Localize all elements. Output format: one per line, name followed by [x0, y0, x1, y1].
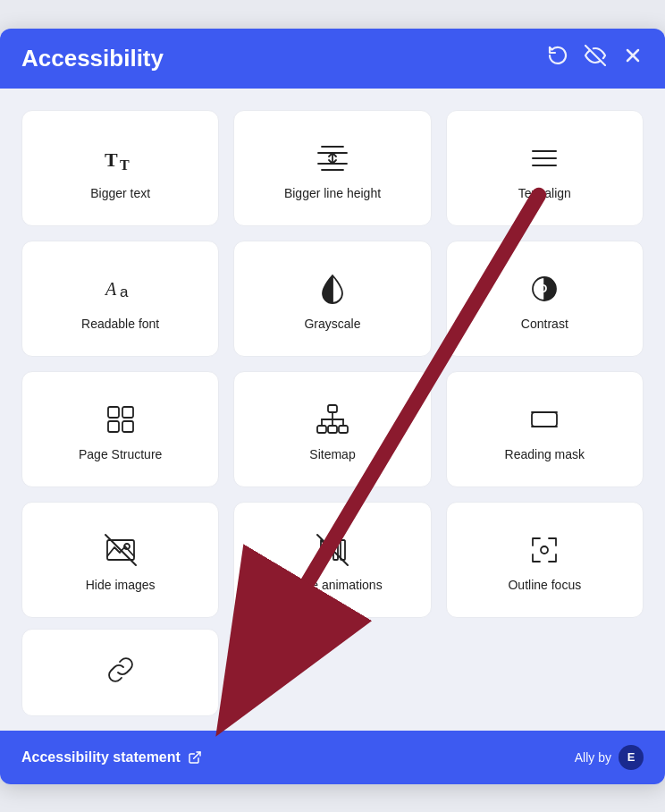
- svg-point-40: [541, 546, 548, 554]
- contrast-card[interactable]: D Contrast: [446, 241, 644, 357]
- ally-branding: Ally by E: [575, 745, 644, 770]
- svg-text:a: a: [120, 283, 129, 300]
- page-structure-card[interactable]: Page Structure: [21, 371, 219, 487]
- accessibility-statement-label: Accessibility statement: [21, 749, 181, 765]
- hide-images-icon: [102, 531, 139, 569]
- accessibility-panel: Accessibility: [0, 29, 665, 784]
- hide-images-card[interactable]: Hide images: [21, 502, 219, 618]
- readable-font-icon: A a: [102, 270, 139, 308]
- svg-rect-22: [328, 405, 337, 412]
- svg-rect-24: [328, 426, 337, 433]
- reading-mask-label: Reading mask: [505, 447, 585, 461]
- hide-images-label: Hide images: [86, 578, 156, 592]
- reading-mask-icon: [526, 401, 563, 438]
- contrast-label: Contrast: [521, 317, 568, 331]
- page-structure-label: Page Structure: [79, 447, 162, 461]
- svg-rect-21: [122, 421, 133, 432]
- bigger-line-height-icon: [314, 140, 351, 177]
- contrast-icon: D: [526, 270, 563, 308]
- bigger-line-height-label: Bigger line height: [284, 186, 381, 200]
- grayscale-label: Grayscale: [304, 317, 360, 331]
- text-align-label: Text align: [518, 186, 571, 200]
- svg-line-39: [317, 535, 348, 565]
- svg-text:A: A: [104, 279, 117, 299]
- ally-badge-letter: E: [627, 750, 636, 764]
- svg-rect-38: [341, 540, 345, 560]
- panel-footer: Accessibility statement Ally by E: [0, 731, 665, 784]
- svg-text:D: D: [539, 282, 547, 295]
- sitemap-label: Sitemap: [309, 447, 355, 461]
- panel-header: Accessibility: [0, 29, 665, 89]
- readable-font-card[interactable]: A a Readable font: [21, 241, 219, 357]
- svg-rect-25: [339, 426, 348, 433]
- readable-font-label: Readable font: [81, 317, 159, 331]
- svg-rect-31: [532, 412, 557, 427]
- link-icon: [102, 651, 139, 689]
- link-card[interactable]: [21, 629, 219, 716]
- pause-animations-card[interactable]: Pause animations: [233, 502, 431, 618]
- reading-mask-card[interactable]: Reading mask: [446, 371, 644, 487]
- partial-row: [0, 629, 665, 731]
- grayscale-card[interactable]: Grayscale: [233, 241, 431, 357]
- sitemap-icon: [314, 401, 351, 438]
- svg-text:T: T: [120, 157, 130, 173]
- pause-animations-label: Pause animations: [282, 578, 382, 592]
- ally-badge: E: [619, 745, 644, 770]
- outline-focus-card[interactable]: Outline focus: [446, 502, 644, 618]
- close-icon[interactable]: [622, 45, 644, 72]
- svg-rect-19: [122, 407, 133, 418]
- svg-text:T: T: [105, 148, 118, 171]
- accessibility-statement-link[interactable]: Accessibility statement: [21, 749, 202, 765]
- text-align-icon: [526, 140, 563, 177]
- page-structure-icon: [102, 401, 139, 438]
- svg-rect-18: [108, 407, 119, 418]
- svg-rect-23: [317, 426, 326, 433]
- svg-line-36: [105, 535, 136, 565]
- reset-icon[interactable]: [547, 45, 568, 72]
- sitemap-card[interactable]: Sitemap: [233, 371, 431, 487]
- pause-animations-icon: [314, 531, 351, 569]
- outline-focus-icon: [526, 531, 563, 569]
- svg-rect-37: [333, 540, 338, 560]
- panel-title: Accessibility: [21, 45, 164, 72]
- bigger-text-icon: T T: [102, 140, 139, 177]
- header-actions: [547, 45, 644, 72]
- outline-focus-label: Outline focus: [508, 578, 581, 592]
- svg-line-43: [194, 752, 200, 758]
- ally-label: Ally by: [575, 750, 611, 765]
- bigger-text-label: Bigger text: [90, 186, 150, 200]
- bigger-line-height-card[interactable]: Bigger line height: [233, 110, 431, 226]
- svg-rect-20: [108, 421, 119, 432]
- text-align-card[interactable]: Text align: [446, 110, 644, 226]
- external-link-icon: [188, 750, 202, 765]
- bigger-text-card[interactable]: T T Bigger text: [21, 110, 219, 226]
- hide-icon[interactable]: [585, 45, 606, 72]
- features-grid: T T Bigger text Bigger line height: [0, 89, 665, 629]
- grayscale-icon: [314, 270, 351, 308]
